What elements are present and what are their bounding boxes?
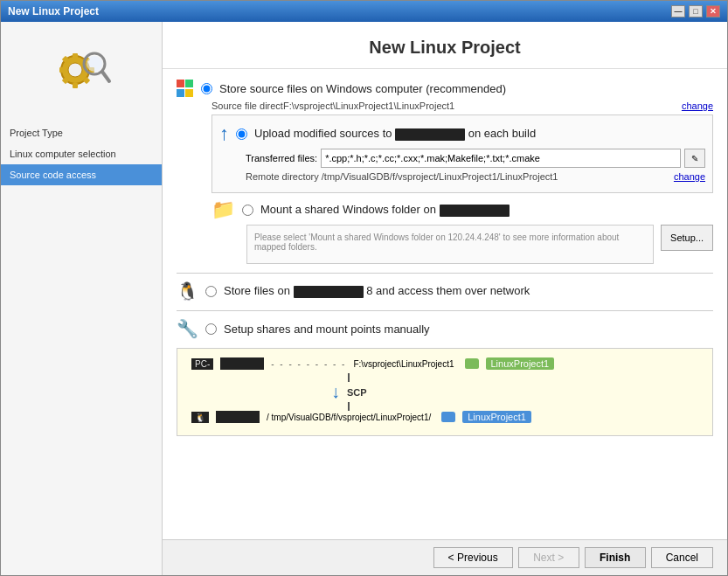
upload-section: ↑ Upload modified sources to on each bui…	[211, 115, 713, 193]
title-bar: New Linux Project — □ ✕	[1, 1, 727, 22]
next-button[interactable]: Next >	[518, 547, 579, 568]
option3-label: Setup shares and mount points manually	[224, 323, 430, 336]
sidebar-item-source-code[interactable]: Source code access	[1, 164, 162, 185]
diagram-row2: 🐧 / tmp/VisualGDB/f/vsproject/LinuxProje…	[191, 411, 698, 423]
linux-label: 🐧	[191, 412, 209, 423]
svg-rect-3	[73, 83, 78, 88]
scp-label-text: SCP	[347, 387, 367, 398]
mount-label: Mount a shared Windows folder on	[260, 203, 510, 217]
upload-sub: Transferred files: ✎ Remote directory /t…	[246, 149, 705, 182]
mount-host-redacted	[440, 205, 510, 217]
transferred-label: Transferred files:	[246, 153, 317, 163]
divider2	[177, 310, 713, 311]
app-logo-icon	[51, 39, 112, 101]
option1-sub: Source file directF:\vsproject\LinuxProj…	[211, 101, 713, 264]
scp-row: ↓ SCP	[331, 382, 367, 402]
option3-radio[interactable]	[205, 323, 217, 335]
svg-rect-2	[73, 53, 78, 59]
title-bar-controls: — □ ✕	[671, 5, 720, 17]
option2-radio[interactable]	[205, 286, 217, 297]
option1-row: Store source files on Windows computer (…	[177, 80, 713, 97]
option2-label: Store files on 8 and access them over ne…	[224, 284, 530, 298]
page-title: New Linux Project	[163, 22, 727, 69]
folder-icon-mount: 📁	[211, 198, 235, 221]
linux-host-redacted	[294, 286, 364, 298]
windows-flag-icon	[177, 80, 194, 97]
change-source-link[interactable]: change	[682, 101, 713, 111]
dotted-path: - - - - - - - - -	[271, 359, 346, 369]
source-dir-text: Source file directF:\vsproject\LinuxProj…	[211, 101, 454, 111]
option-store-windows: Store source files on Windows computer (…	[177, 80, 713, 264]
maximize-button[interactable]: □	[689, 5, 703, 17]
remote-dir-row: Remote directory /tmp/VisualGDB/f/vsproj…	[246, 171, 705, 182]
dashed-line1	[348, 373, 350, 382]
window-title: New Linux Project	[8, 5, 99, 17]
upload-label: Upload modified sources to on each build	[254, 127, 536, 141]
scp-arrow-icon: ↓	[331, 382, 340, 402]
transfer-files-row: Transferred files: ✎	[246, 149, 705, 168]
upload-radio[interactable]	[236, 128, 247, 140]
upload-host-redacted	[395, 128, 465, 141]
linux-penguin-icon: 🐧	[177, 281, 198, 302]
change-remote-link[interactable]: change	[674, 171, 705, 182]
main-body: Store source files on Windows computer (…	[163, 69, 727, 539]
option2-row: 🐧 Store files on 8 and access them over …	[177, 281, 713, 302]
option1-radio[interactable]	[201, 83, 212, 94]
pc-name-redacted	[220, 357, 264, 370]
edit-transferred-button[interactable]: ✎	[684, 149, 705, 168]
folder1-label: LinuxProject1	[486, 357, 555, 370]
setup-button[interactable]: Setup...	[661, 225, 713, 251]
mount-section: 📁 Mount a shared Windows folder on Pleas…	[211, 198, 713, 264]
minimize-button[interactable]: —	[671, 5, 685, 17]
folder-blue-icon	[441, 412, 455, 422]
source-file-row: Source file directF:\vsproject\LinuxProj…	[211, 101, 713, 111]
transferred-input[interactable]	[321, 149, 681, 168]
sidebar-item-project-type[interactable]: Project Type	[1, 122, 162, 143]
option3-row: 🔧 Setup shares and mount points manually	[177, 318, 713, 339]
mount-sub: Please select 'Mount a shared Windows fo…	[246, 225, 713, 264]
diagram-row1: PC- - - - - - - - - - F:\vsproject\Linux…	[191, 357, 698, 370]
finish-button[interactable]: Finish	[585, 547, 646, 568]
wrench-icon: 🔧	[177, 318, 198, 339]
sidebar: Project Type Linux computer selection So…	[1, 22, 163, 575]
previous-button[interactable]: < Previous	[433, 547, 513, 568]
diagram-connector: ↓ SCP	[331, 373, 367, 411]
mount-row: 📁 Mount a shared Windows folder on	[211, 198, 713, 221]
dashed-line2	[348, 402, 350, 411]
path1-text: F:\vsproject\LinuxProject1	[353, 359, 454, 369]
diagram-box: PC- - - - - - - - - - F:\vsproject\Linux…	[177, 348, 713, 436]
upload-row: ↑ Upload modified sources to on each bui…	[219, 122, 705, 145]
mount-radio[interactable]	[242, 205, 253, 216]
remote-dir-text: Remote directory /tmp/VisualGDB/f/vsproj…	[246, 171, 558, 182]
option1-label: Store source files on Windows computer (…	[219, 82, 506, 95]
logo-area	[1, 31, 162, 109]
main-content: New Linux Project Store source files o	[163, 22, 727, 575]
footer: < Previous Next > Finish Cancel	[163, 539, 727, 575]
option-store-linux: 🐧 Store files on 8 and access them over …	[177, 281, 713, 302]
content-area: Project Type Linux computer selection So…	[1, 22, 727, 575]
folder2-label: LinuxProject1	[462, 411, 531, 423]
mount-description: Please select 'Mount a shared Windows fo…	[246, 225, 654, 264]
svg-point-1	[68, 63, 82, 77]
option-manual: 🔧 Setup shares and mount points manually	[177, 318, 713, 339]
upload-arrow-icon: ↑	[219, 122, 229, 145]
folder-green-icon	[465, 358, 479, 369]
path2-text: / tmp/VisualGDB/f/vsproject/LinuxProject…	[267, 413, 431, 422]
svg-line-11	[102, 72, 109, 81]
linux-name-redacted	[216, 411, 260, 423]
close-button[interactable]: ✕	[706, 5, 720, 17]
pc-label: PC-	[191, 358, 213, 370]
svg-rect-4	[59, 67, 65, 73]
sidebar-item-linux-computer[interactable]: Linux computer selection	[1, 143, 162, 164]
main-window: New Linux Project — □ ✕	[0, 0, 728, 576]
cancel-button[interactable]: Cancel	[651, 547, 713, 568]
svg-point-12	[87, 56, 102, 72]
divider1	[177, 273, 713, 274]
